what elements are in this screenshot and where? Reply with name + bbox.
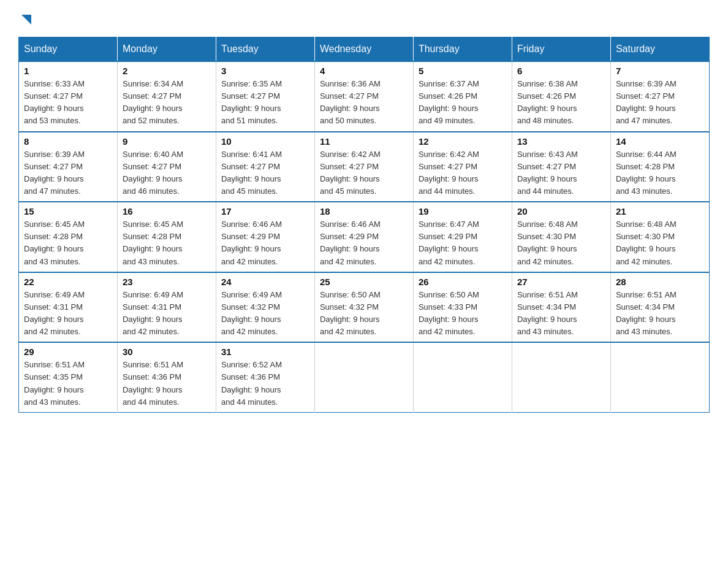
day-number: 6 <box>517 66 605 76</box>
day-info: Sunrise: 6:46 AMSunset: 4:29 PMDaylight:… <box>221 218 309 268</box>
day-number: 31 <box>221 347 309 357</box>
day-cell: 1Sunrise: 6:33 AMSunset: 4:27 PMDaylight… <box>19 61 118 132</box>
day-cell: 22Sunrise: 6:49 AMSunset: 4:31 PMDayligh… <box>19 272 118 343</box>
day-info: Sunrise: 6:44 AMSunset: 4:28 PMDaylight:… <box>616 148 704 198</box>
day-cell: 8Sunrise: 6:39 AMSunset: 4:27 PMDaylight… <box>19 132 118 202</box>
day-number: 25 <box>320 277 408 287</box>
day-number: 8 <box>24 136 112 147</box>
day-info: Sunrise: 6:49 AMSunset: 4:32 PMDaylight:… <box>221 289 309 339</box>
day-info: Sunrise: 6:50 AMSunset: 4:32 PMDaylight:… <box>320 289 408 339</box>
header-cell-monday: Monday <box>117 37 216 62</box>
day-info: Sunrise: 6:40 AMSunset: 4:27 PMDaylight:… <box>123 148 211 198</box>
header-cell-sunday: Sunday <box>19 37 118 62</box>
day-cell: 24Sunrise: 6:49 AMSunset: 4:32 PMDayligh… <box>216 272 314 343</box>
header-cell-friday: Friday <box>512 37 610 62</box>
day-info: Sunrise: 6:39 AMSunset: 4:27 PMDaylight:… <box>616 78 704 128</box>
day-number: 27 <box>517 277 605 287</box>
day-number: 9 <box>123 136 211 147</box>
day-cell: 14Sunrise: 6:44 AMSunset: 4:28 PMDayligh… <box>610 132 709 202</box>
day-cell: 21Sunrise: 6:48 AMSunset: 4:30 PMDayligh… <box>610 202 709 272</box>
day-cell: 5Sunrise: 6:37 AMSunset: 4:26 PMDaylight… <box>413 61 512 132</box>
day-number: 30 <box>123 347 211 357</box>
day-number: 7 <box>616 66 704 76</box>
day-number: 13 <box>517 136 605 147</box>
day-cell: 18Sunrise: 6:46 AMSunset: 4:29 PMDayligh… <box>314 202 413 272</box>
day-cell: 26Sunrise: 6:50 AMSunset: 4:33 PMDayligh… <box>413 272 512 343</box>
day-cell: 23Sunrise: 6:49 AMSunset: 4:31 PMDayligh… <box>117 272 216 343</box>
day-info: Sunrise: 6:34 AMSunset: 4:27 PMDaylight:… <box>123 78 211 128</box>
day-cell <box>413 342 512 412</box>
day-number: 21 <box>616 206 704 216</box>
day-cell: 28Sunrise: 6:51 AMSunset: 4:34 PMDayligh… <box>610 272 709 343</box>
day-info: Sunrise: 6:47 AMSunset: 4:29 PMDaylight:… <box>419 218 507 268</box>
day-info: Sunrise: 6:49 AMSunset: 4:31 PMDaylight:… <box>123 289 211 339</box>
day-info: Sunrise: 6:41 AMSunset: 4:27 PMDaylight:… <box>221 148 309 198</box>
day-info: Sunrise: 6:52 AMSunset: 4:36 PMDaylight:… <box>221 359 309 408</box>
day-cell: 15Sunrise: 6:45 AMSunset: 4:28 PMDayligh… <box>19 202 118 272</box>
header-cell-tuesday: Tuesday <box>216 37 314 62</box>
day-cell: 6Sunrise: 6:38 AMSunset: 4:26 PMDaylight… <box>512 61 610 132</box>
logo <box>18 12 32 26</box>
day-cell: 19Sunrise: 6:47 AMSunset: 4:29 PMDayligh… <box>413 202 512 272</box>
week-row-1: 1Sunrise: 6:33 AMSunset: 4:27 PMDaylight… <box>19 61 710 132</box>
day-info: Sunrise: 6:51 AMSunset: 4:34 PMDaylight:… <box>517 289 605 339</box>
day-info: Sunrise: 6:42 AMSunset: 4:27 PMDaylight:… <box>419 148 507 198</box>
day-cell <box>314 342 413 412</box>
week-row-2: 8Sunrise: 6:39 AMSunset: 4:27 PMDaylight… <box>19 132 710 202</box>
day-number: 10 <box>221 136 309 147</box>
day-info: Sunrise: 6:45 AMSunset: 4:28 PMDaylight:… <box>24 218 112 268</box>
day-cell: 31Sunrise: 6:52 AMSunset: 4:36 PMDayligh… <box>216 342 314 412</box>
day-info: Sunrise: 6:50 AMSunset: 4:33 PMDaylight:… <box>419 289 507 339</box>
day-number: 23 <box>123 277 211 287</box>
calendar-header: SundayMondayTuesdayWednesdayThursdayFrid… <box>19 37 710 62</box>
day-number: 28 <box>616 277 704 287</box>
week-row-5: 29Sunrise: 6:51 AMSunset: 4:35 PMDayligh… <box>19 342 710 412</box>
calendar-table: SundayMondayTuesdayWednesdayThursdayFrid… <box>18 37 710 413</box>
page-header <box>18 12 710 26</box>
header-cell-wednesday: Wednesday <box>314 37 413 62</box>
day-cell <box>610 342 709 412</box>
day-info: Sunrise: 6:35 AMSunset: 4:27 PMDaylight:… <box>221 78 309 128</box>
day-cell: 27Sunrise: 6:51 AMSunset: 4:34 PMDayligh… <box>512 272 610 343</box>
day-cell: 10Sunrise: 6:41 AMSunset: 4:27 PMDayligh… <box>216 132 314 202</box>
day-number: 2 <box>123 66 211 76</box>
day-number: 22 <box>24 277 112 287</box>
day-info: Sunrise: 6:48 AMSunset: 4:30 PMDaylight:… <box>616 218 704 268</box>
day-info: Sunrise: 6:36 AMSunset: 4:27 PMDaylight:… <box>320 78 408 128</box>
header-cell-thursday: Thursday <box>413 37 512 62</box>
day-info: Sunrise: 6:37 AMSunset: 4:26 PMDaylight:… <box>419 78 507 128</box>
header-cell-saturday: Saturday <box>610 37 709 62</box>
day-number: 1 <box>24 66 112 76</box>
day-number: 3 <box>221 66 309 76</box>
day-cell: 12Sunrise: 6:42 AMSunset: 4:27 PMDayligh… <box>413 132 512 202</box>
day-cell: 16Sunrise: 6:45 AMSunset: 4:28 PMDayligh… <box>117 202 216 272</box>
day-number: 5 <box>419 66 507 76</box>
day-info: Sunrise: 6:49 AMSunset: 4:31 PMDaylight:… <box>24 289 112 339</box>
day-number: 24 <box>221 277 309 287</box>
day-number: 17 <box>221 206 309 216</box>
day-info: Sunrise: 6:42 AMSunset: 4:27 PMDaylight:… <box>320 148 408 198</box>
day-cell: 2Sunrise: 6:34 AMSunset: 4:27 PMDaylight… <box>117 61 216 132</box>
day-number: 18 <box>320 206 408 216</box>
day-info: Sunrise: 6:46 AMSunset: 4:29 PMDaylight:… <box>320 218 408 268</box>
day-cell <box>512 342 610 412</box>
day-info: Sunrise: 6:51 AMSunset: 4:34 PMDaylight:… <box>616 289 704 339</box>
day-info: Sunrise: 6:51 AMSunset: 4:36 PMDaylight:… <box>123 359 211 408</box>
day-number: 4 <box>320 66 408 76</box>
day-cell: 7Sunrise: 6:39 AMSunset: 4:27 PMDaylight… <box>610 61 709 132</box>
day-info: Sunrise: 6:38 AMSunset: 4:26 PMDaylight:… <box>517 78 605 128</box>
day-info: Sunrise: 6:33 AMSunset: 4:27 PMDaylight:… <box>24 78 112 128</box>
day-cell: 25Sunrise: 6:50 AMSunset: 4:32 PMDayligh… <box>314 272 413 343</box>
day-number: 15 <box>24 206 112 216</box>
header-row: SundayMondayTuesdayWednesdayThursdayFrid… <box>19 37 710 62</box>
day-number: 16 <box>123 206 211 216</box>
day-cell: 9Sunrise: 6:40 AMSunset: 4:27 PMDaylight… <box>117 132 216 202</box>
day-cell: 29Sunrise: 6:51 AMSunset: 4:35 PMDayligh… <box>19 342 118 412</box>
day-number: 26 <box>419 277 507 287</box>
day-info: Sunrise: 6:51 AMSunset: 4:35 PMDaylight:… <box>24 359 112 408</box>
day-cell: 20Sunrise: 6:48 AMSunset: 4:30 PMDayligh… <box>512 202 610 272</box>
day-number: 11 <box>320 136 408 147</box>
day-cell: 13Sunrise: 6:43 AMSunset: 4:27 PMDayligh… <box>512 132 610 202</box>
week-row-4: 22Sunrise: 6:49 AMSunset: 4:31 PMDayligh… <box>19 272 710 343</box>
day-info: Sunrise: 6:48 AMSunset: 4:30 PMDaylight:… <box>517 218 605 268</box>
